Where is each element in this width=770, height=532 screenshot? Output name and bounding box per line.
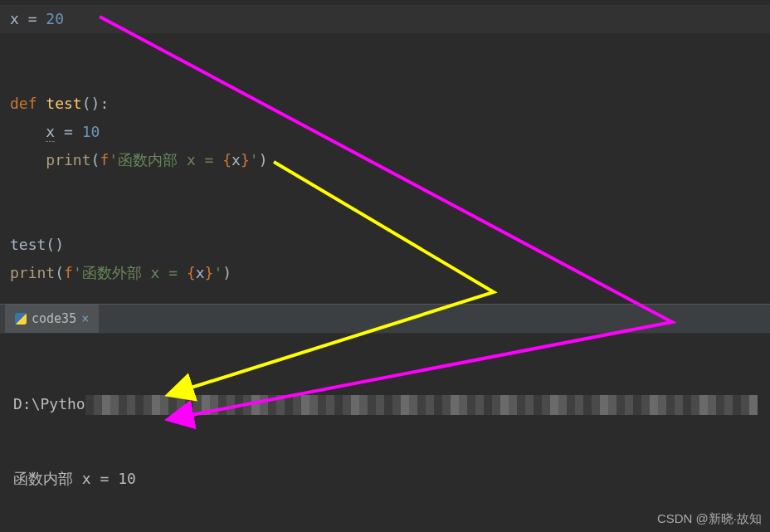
call-print: print (10, 264, 55, 281)
python-icon (15, 313, 27, 325)
keyword-def: def (10, 95, 46, 112)
console-line: 函数内部 x = 10 (13, 466, 757, 491)
code-line: x = 10 (10, 118, 770, 146)
console-output[interactable]: D:\Pytho 函数内部 x = 10 函数外部 x = 20 Process… (0, 334, 770, 532)
console-tab-bar: code35 × (0, 305, 770, 334)
variable-x: x (10, 10, 19, 27)
code-line: def test(): (10, 90, 770, 118)
call-test: test (10, 236, 46, 253)
code-line: test() (10, 231, 770, 259)
function-name: test (46, 95, 81, 112)
code-editor[interactable]: x = 20 def test(): x = 10 print(f'函数内部 x… (0, 0, 770, 304)
tab-code35[interactable]: code35 × (5, 305, 99, 333)
call-print: print (46, 151, 90, 168)
console-line: D:\Pytho (13, 392, 757, 417)
redacted-path (85, 395, 758, 415)
number-literal: 20 (46, 10, 64, 27)
code-line: x = 20 (10, 5, 770, 33)
variable-x: x (46, 123, 55, 142)
number-literal: 10 (82, 123, 100, 140)
watermark: CSDN @新晓·故知 (657, 511, 762, 527)
tab-label: code35 (32, 311, 76, 326)
code-line: print(f'函数外部 x = {x}') (10, 259, 770, 287)
close-icon[interactable]: × (81, 311, 89, 326)
code-line: print(f'函数内部 x = {x}') (10, 146, 770, 174)
